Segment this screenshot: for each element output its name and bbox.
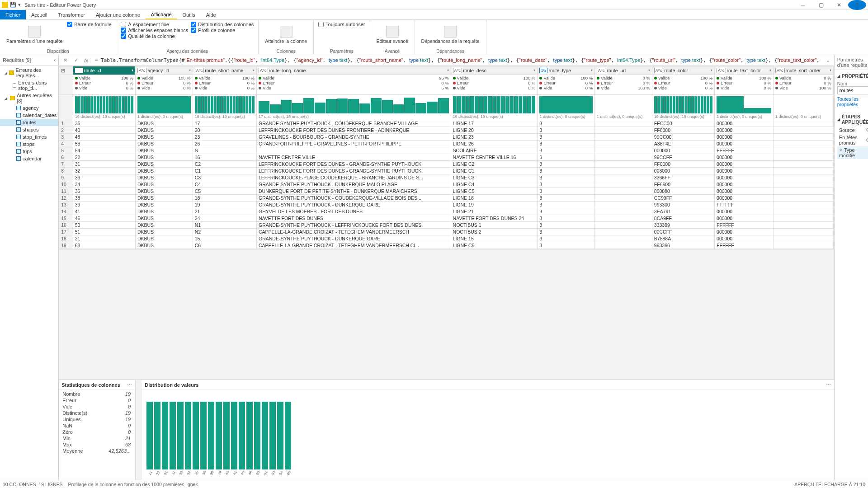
table-row[interactable]: 1135DKBUSC5DUNKERQUE FORT DE PETITE-SYNT… [59, 188, 833, 194]
table-row[interactable]: 136DKBUS17GRANDE SYNTHE PUYTHOUCK - COUD… [59, 120, 833, 127]
column-header-route_type[interactable]: 1²₃route_type▾ [538, 66, 595, 75]
column-distribution-checkbox[interactable]: Distribution des colonnes [191, 22, 254, 27]
ribbon: Paramètres d ’une requête Barre de formu… [0, 20, 868, 55]
table-row[interactable]: 622DKBUS16NAVETTE CENTRE VILLENAVETTE CE… [59, 154, 833, 160]
distribution-bar: 50 [254, 402, 260, 478]
distribution-menu-icon[interactable]: ⋯ [826, 382, 831, 388]
query-item-agency[interactable]: agency [0, 104, 58, 112]
query-item-shapes[interactable]: shapes [0, 126, 58, 133]
table-row[interactable]: 240DKBUS20LEFFRINCKOUCKE FORT DES DUNES-… [59, 127, 833, 133]
query-item-trips[interactable]: trips [0, 148, 58, 155]
stat-row: Min21 [59, 435, 135, 441]
distribution-cell: 1 distinct(es), 0 unique(s) [773, 94, 833, 120]
group-parameters-label: Paramètres [318, 48, 365, 54]
table-row[interactable]: 933DKBUSC3LEFFRINCKOUCKE-PLAGE COUDEKERQ… [59, 174, 833, 181]
column-header-route_id[interactable]: 1²₃route_id▾ [73, 66, 135, 75]
formula-text[interactable]: = Table.TransformColumnTypes(#"En-têtes … [92, 57, 822, 63]
table-corner[interactable]: ⊞ [59, 66, 73, 75]
minimize-button[interactable]: ─ [794, 0, 812, 10]
distribution-cell: 1 distinct(es), 0 unique(s) [135, 94, 193, 120]
column-header-route_desc[interactable]: Aᴮcroute_desc▾ [451, 66, 538, 75]
stats-scrollbar[interactable] [136, 380, 142, 480]
group-data-preview-label: Aperçu des données [121, 48, 254, 54]
dependencies-icon [444, 26, 457, 38]
query-item-erreurs dans stop_ti...[interactable]: Erreurs dans stop_ti... [0, 79, 58, 92]
tab-affichage[interactable]: Affichage [146, 10, 177, 19]
stats-menu-icon[interactable]: ⋯ [127, 382, 132, 388]
column-header-route_text_color[interactable]: Aᴮcroute_text_color▾ [715, 66, 774, 75]
settings-panel-title: Paramètres d'une requête [837, 57, 868, 68]
column-header-agency_id[interactable]: Aᴮcagency_id▾ [135, 66, 193, 75]
table-row[interactable]: 1546DKBUS24NAVETTE FORT DES DUNESNAVETTE… [59, 215, 833, 221]
queries-folder[interactable]: ◢Erreurs des requêtes... [0, 66, 58, 79]
always-allow-checkbox[interactable]: Toujours autoriser [318, 22, 365, 27]
properties-section-title: PROPRIÉTÉS [842, 73, 868, 79]
applied-step[interactable]: ✕Type modifié [837, 146, 868, 159]
qat-dropdown-icon[interactable]: ▾ [18, 2, 21, 8]
table-row[interactable]: 1034DKBUSC4GRANDE-SYNTHE PUYTHOUCK - DUN… [59, 181, 833, 188]
tab-fichier[interactable]: Fichier [0, 10, 26, 19]
save-icon[interactable]: 💾 [10, 2, 16, 8]
help-icon[interactable]: ? [848, 0, 866, 10]
tab-aide[interactable]: Aide [201, 10, 222, 19]
distribution-cell: 1 distinct(es), 0 unique(s) [595, 94, 652, 120]
applied-step[interactable]: Source⚙ [837, 126, 868, 134]
table-row[interactable]: 1441DKBUS21GHYVELDE LES MOERES - FORT DE… [59, 208, 833, 215]
distribution-cell: 17 distinct(es), 15 unique(s) [257, 94, 451, 120]
query-settings-button[interactable]: Paramètres d ’une requête [5, 22, 64, 48]
distribution-bar: 68 [285, 402, 291, 478]
tab-ajouter-une-colonne[interactable]: Ajouter une colonne [90, 10, 146, 19]
table-row[interactable]: 1339DKBUS19GRANDE-SYNTHE PUYTHOUCK - DUN… [59, 201, 833, 208]
close-button[interactable]: ✕ [830, 0, 848, 10]
query-item-stops[interactable]: stops [0, 141, 58, 148]
advanced-editor-button[interactable]: Éditeur avancé [375, 22, 410, 48]
table-row[interactable]: 731DKBUSC2LEFFRINCKOUCKE FORT DES DUNES … [59, 160, 833, 167]
query-settings-panel: Paramètres d'une requête ✕ ◢PROPRIÉTÉS N… [834, 55, 868, 480]
query-item-calendar[interactable]: calendar [0, 155, 58, 162]
table-row[interactable]: 832DKBUSC1LEFFRINCKOUCKE FORT DES DUNES … [59, 167, 833, 174]
column-header-route_short_name[interactable]: Aᴮcroute_short_name▾ [193, 66, 256, 75]
table-row[interactable]: 453DKBUS26GRAND-FORT-PHILIPPE - GRAVELIN… [59, 140, 833, 147]
distribution-bar: 35 [193, 402, 199, 478]
collapse-queries-icon[interactable]: ‹ [54, 57, 56, 63]
status-profiling[interactable]: Profilage de la colonne en fonction des … [68, 482, 198, 487]
applied-step[interactable]: En-têtes promus⚙ [837, 134, 868, 146]
title-bar: 💾 ▾ Sans titre - Éditeur Power Query ─ ▢… [0, 0, 868, 10]
column-header-route_color[interactable]: Aᴮcroute_color▾ [652, 66, 714, 75]
column-profile-checkbox[interactable]: Profil de colonne [191, 28, 254, 33]
column-quality-checkbox[interactable]: Qualité de la colonne [121, 33, 188, 39]
expand-formula-icon[interactable]: ⌄ [824, 57, 832, 63]
query-item-routes[interactable]: routes [0, 119, 58, 126]
group-columns-label: Colonnes [263, 48, 309, 54]
query-item-calendar_dates[interactable]: calendar_dates [0, 112, 58, 119]
table-row[interactable]: 1968DKBUSC6CAPPELLE-LA-GRANDE CROIZAT - … [59, 242, 833, 249]
tab-accueil[interactable]: Accueil [26, 10, 52, 19]
data-grid[interactable]: ⊞1²₃route_id▾Aᴮcagency_id▾Aᴮcroute_short… [59, 66, 834, 249]
table-row[interactable]: 554DKBUSSSCOLAIRE3000000FFFFFF [59, 147, 833, 154]
query-dependencies-button[interactable]: Dépendances de la requête [420, 22, 481, 48]
queries-folder[interactable]: ◢Autres requêtes [8] [0, 92, 58, 104]
column-header-route_url[interactable]: Aᴮcroute_url▾ [595, 66, 652, 75]
query-name-input[interactable] [837, 86, 868, 94]
column-header-route_long_name[interactable]: Aᴮcroute_long_name▾ [257, 66, 451, 75]
table-row[interactable]: 1821DKBUS15GRANDE-SYNTHE PUYTHOUCK - DUN… [59, 235, 833, 242]
whitespace-checkbox[interactable]: Afficher les espaces blancs [121, 28, 188, 33]
goto-column-button[interactable]: Atteindre la colonne [263, 22, 309, 48]
table-row[interactable]: 348DKBUS23GRAVELINES - BOURBOURG - GRAND… [59, 133, 833, 140]
distribution-cell: 19 distinct(es), 19 unique(s) [451, 94, 538, 120]
query-item-stop_times[interactable]: stop_times [0, 133, 58, 141]
tab-transformer[interactable]: Transformer [52, 10, 90, 19]
table-row[interactable]: 1751DKBUSN2CAPPELLE-LA-GRANDE CROIZAT - … [59, 228, 833, 235]
monospace-checkbox[interactable]: À espacement fixe [121, 22, 188, 27]
formula-bar-checkbox[interactable]: Barre de formule [67, 22, 111, 27]
table-row[interactable]: 1238DKBUS18GRANDE-SYNTHE PUYTHOUCK - COU… [59, 194, 833, 201]
maximize-button[interactable]: ▢ [812, 0, 830, 10]
commit-formula-icon[interactable]: ✓ [71, 56, 80, 65]
table-row[interactable]: 1650DKBUSN1GRANDE-SYNTHE PUYTHOUCK - LEF… [59, 221, 833, 228]
distribution-cell: 1 distinct(es), 0 unique(s) [538, 94, 595, 120]
tab-outils[interactable]: Outils [177, 10, 201, 19]
column-header-route_sort_order[interactable]: Aᴮcroute_sort_order▾ [773, 66, 833, 75]
all-properties-link[interactable]: Toutes les propriétés [837, 94, 868, 109]
advanced-editor-label: Éditeur avancé [377, 38, 408, 44]
cancel-formula-icon[interactable]: ✕ [61, 56, 70, 65]
